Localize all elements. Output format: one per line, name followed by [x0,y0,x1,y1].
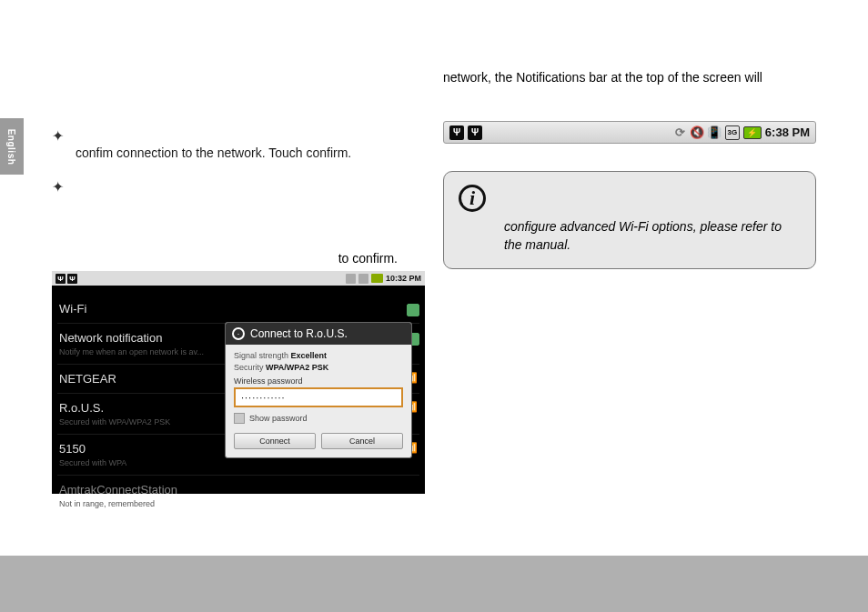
screenshot-time: 10:32 PM [386,274,421,283]
statusbar-time: 6:38 PM [765,125,810,139]
connect-button[interactable]: Connect [234,433,316,449]
network-sub: Not in range, remembered [59,499,418,508]
language-tab[interactable]: English [0,118,24,175]
password-value: ············ [241,392,286,403]
info-icon: i [459,185,486,212]
usb-icon: Ψ [468,125,482,140]
right-column: network, the Notifications bar at the to… [443,68,816,269]
data-3g-icon: 3G [725,125,740,140]
signal-value: Excellent [291,351,328,360]
bullet-text-1: confim connection to the network. Touch … [76,127,425,162]
network-amtrak-row[interactable]: AmtrakConnectStation Not in range, remem… [57,476,419,516]
usb-icon: Ψ [449,125,464,140]
diamond-bullet-icon: ✦ [52,127,76,162]
show-password-row[interactable]: Show password [234,413,403,424]
data-icon [358,274,368,284]
dialog-titlebar: · Connect to R.o.U.S. [226,323,411,345]
security-row: Security WPA/WPA2 PSK [234,363,403,372]
cancel-button[interactable]: Cancel [321,433,403,449]
wifi-label: Wi-Fi [59,302,418,316]
battery-icon [371,274,383,283]
checkbox-icon[interactable] [234,413,245,424]
screenshot-statusbar: Ψ Ψ 10:32 PM [52,271,425,286]
signal-key: Signal strength [234,351,288,360]
wifi-dialog-icon: · [232,327,245,340]
usb-icon: Ψ [67,274,77,284]
network-name: AmtrakConnectStation [59,483,418,497]
password-input[interactable]: ············ [234,387,403,407]
usb-icon: Ψ [56,274,66,284]
battery-charging-icon: ⚡ [743,126,762,139]
intro-text: network, the Notifications bar at the to… [443,68,816,86]
checkbox-icon[interactable] [407,304,419,316]
notifications-bar: Ψ Ψ ⟳ 🔇 📳 3G ⚡ 6:38 PM [443,121,816,144]
info-callout: i configure advanced Wi-Fi options, plea… [443,171,816,269]
language-tab-label: English [7,128,17,165]
sync-icon: ⟳ [673,125,687,139]
diamond-bullet-icon: ✦ [52,178,76,196]
show-password-label: Show password [249,414,308,423]
bullet-text-2 [76,178,425,196]
security-value: WPA/WPA2 PSK [266,363,328,372]
bullet-item-1: ✦ confim connection to the network. Touc… [52,127,425,162]
bullet-item-2: ✦ [52,178,425,196]
connect-dialog: · Connect to R.o.U.S. Signal strength Ex… [225,322,412,458]
wifi-toggle-row[interactable]: Wi-Fi [57,295,419,324]
left-column: ✦ confim connection to the network. Touc… [52,127,425,494]
signal-icon [346,274,356,284]
info-text: configure advanced Wi-Fi options, please… [504,183,797,254]
wifi-settings-screenshot: Ψ Ψ 10:32 PM Wi-Fi Network notification … [52,271,425,494]
volume-mute-icon: 🔇 [691,125,704,139]
vibrate-icon: 📳 [708,125,722,139]
signal-strength-row: Signal strength Excellent [234,351,403,360]
security-key: Security [234,363,264,372]
password-label: Wireless password [234,376,403,386]
confirm-tail-text: to confirm. [52,251,425,266]
dialog-title: Connect to R.o.U.S. [250,327,348,340]
page-footer-bar [0,556,868,612]
network-sub: Secured with WPA [59,458,418,467]
